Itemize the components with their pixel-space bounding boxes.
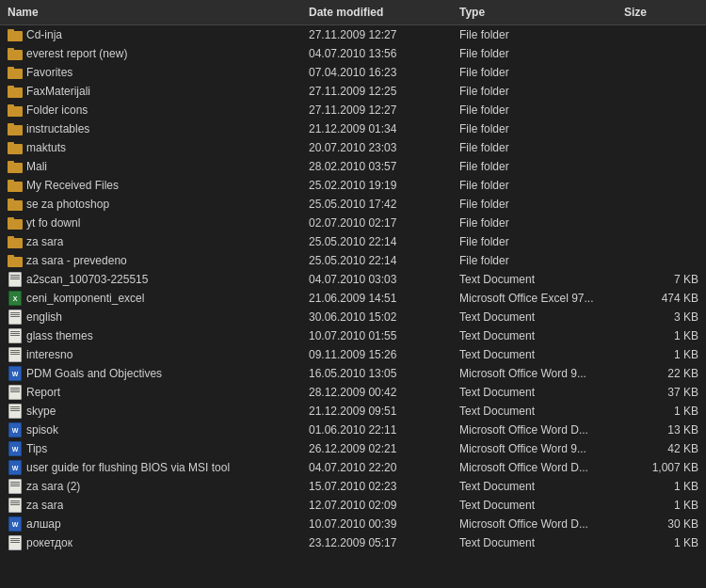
cell-size: 13 KB bbox=[617, 422, 706, 437]
table-row[interactable]: Mali 28.02.2010 03:57 File folder bbox=[0, 157, 706, 176]
cell-size: 30 KB bbox=[617, 516, 706, 532]
table-row[interactable]: FaxMaterijali 27.11.2009 12:25 File fold… bbox=[0, 82, 706, 101]
file-name: user guide for flushing BIOS via MSI too… bbox=[26, 461, 230, 474]
cell-date: 07.04.2010 16:23 bbox=[301, 65, 452, 80]
col-name-header[interactable]: Name bbox=[0, 4, 301, 21]
cell-date: 28.12.2009 00:42 bbox=[301, 385, 452, 400]
table-row[interactable]: W user guide for flushing BIOS via MSI t… bbox=[0, 458, 706, 477]
cell-size: 1 KB bbox=[617, 479, 706, 494]
cell-type: File folder bbox=[452, 84, 617, 99]
table-row[interactable]: za sara (2) 15.07.2010 02:23 Text Docume… bbox=[0, 477, 706, 496]
folder-icon bbox=[8, 46, 23, 61]
table-row[interactable]: yt fo downl 02.07.2010 02:17 File folder bbox=[0, 214, 706, 232]
table-row[interactable]: Cd-inja 27.11.2009 12:27 File folder bbox=[0, 25, 706, 44]
table-row[interactable]: Report 28.12.2009 00:42 Text Document 37… bbox=[0, 383, 706, 402]
cell-size bbox=[617, 166, 706, 167]
cell-type: Text Document bbox=[452, 272, 617, 287]
cell-name: za sara bbox=[0, 233, 301, 250]
table-row[interactable]: W PDM Goals and Objectives 16.05.2010 13… bbox=[0, 364, 706, 383]
file-name: everest report (new) bbox=[26, 47, 127, 60]
cell-date: 04.07.2010 03:03 bbox=[301, 272, 452, 287]
cell-name: skype bbox=[0, 403, 301, 420]
cell-type: Microsoft Office Word D... bbox=[452, 422, 617, 437]
table-row[interactable]: рокетдок 23.12.2009 05:17 Text Document … bbox=[0, 533, 706, 552]
cell-size: 1 KB bbox=[617, 535, 706, 550]
cell-type: Microsoft Office Word D... bbox=[452, 516, 617, 532]
table-row[interactable]: english 30.06.2010 15:02 Text Document 3… bbox=[0, 308, 706, 326]
col-date-header[interactable]: Date modified bbox=[301, 4, 452, 21]
file-name: a2scan_100703-225515 bbox=[26, 273, 148, 286]
file-name: za sara bbox=[26, 499, 63, 512]
cell-type: Microsoft Office Word 9... bbox=[452, 366, 617, 381]
folder-icon bbox=[8, 178, 23, 193]
txt-icon bbox=[8, 479, 23, 494]
txt-icon bbox=[8, 347, 23, 362]
cell-date: 23.12.2009 05:17 bbox=[301, 535, 452, 550]
cell-date: 27.11.2009 12:25 bbox=[301, 84, 452, 99]
cell-name: FaxMaterijali bbox=[0, 83, 301, 100]
cell-type: Microsoft Office Excel 97... bbox=[452, 291, 617, 306]
cell-name: My Received Files bbox=[0, 177, 301, 194]
cell-name: рокетдок bbox=[0, 534, 301, 551]
folder-icon bbox=[8, 253, 23, 268]
table-row[interactable]: skype 21.12.2009 09:51 Text Document 1 K… bbox=[0, 402, 706, 421]
cell-type: Text Document bbox=[452, 347, 617, 362]
cell-size: 474 KB bbox=[617, 291, 706, 306]
cell-size: 1 KB bbox=[617, 498, 706, 513]
table-row[interactable]: Folder icons 27.11.2009 12:27 File folde… bbox=[0, 101, 706, 119]
table-row[interactable]: glass themes 10.07.2010 01:55 Text Docum… bbox=[0, 326, 706, 345]
cell-date: 21.06.2009 14:51 bbox=[301, 291, 452, 306]
table-row[interactable]: Favorites 07.04.2010 16:23 File folder bbox=[0, 63, 706, 82]
cell-date: 15.07.2010 02:23 bbox=[301, 479, 452, 494]
folder-icon bbox=[8, 159, 23, 174]
col-size-header[interactable]: Size bbox=[617, 4, 706, 21]
cell-date: 21.12.2009 09:51 bbox=[301, 404, 452, 419]
cell-date: 10.07.2010 01:55 bbox=[301, 328, 452, 343]
cell-size bbox=[617, 260, 706, 262]
cell-size: 37 KB bbox=[617, 385, 706, 400]
cell-name: za sara (2) bbox=[0, 478, 301, 495]
table-row[interactable]: W spisok 01.06.2010 22:11 Microsoft Offi… bbox=[0, 421, 706, 439]
table-row[interactable]: instructables 21.12.2009 01:34 File fold… bbox=[0, 119, 706, 138]
txt-icon bbox=[8, 385, 23, 400]
xls-icon: X bbox=[8, 291, 23, 306]
table-row[interactable]: X ceni_komponenti_excel 21.06.2009 14:51… bbox=[0, 289, 706, 308]
folder-icon bbox=[8, 140, 23, 155]
file-name: PDM Goals and Objectives bbox=[26, 367, 162, 380]
file-name: My Received Files bbox=[26, 179, 119, 192]
cell-size bbox=[617, 203, 706, 205]
cell-size: 1 KB bbox=[617, 347, 706, 362]
table-row[interactable]: My Received Files 25.02.2010 19:19 File … bbox=[0, 176, 706, 195]
doc-icon: W bbox=[8, 516, 23, 532]
table-row[interactable]: a2scan_100703-225515 04.07.2010 03:03 Te… bbox=[0, 270, 706, 289]
table-row[interactable]: za sara - prevedeno 25.05.2010 22:14 Fil… bbox=[0, 251, 706, 270]
cell-size: 3 KB bbox=[617, 310, 706, 325]
table-row[interactable]: interesno 09.11.2009 15:26 Text Document… bbox=[0, 345, 706, 364]
table-row[interactable]: W алшар 10.07.2010 00:39 Microsoft Offic… bbox=[0, 515, 706, 533]
table-row[interactable]: za sara 12.07.2010 02:09 Text Document 1… bbox=[0, 496, 706, 515]
table-row[interactable]: everest report (new) 04.07.2010 13:56 Fi… bbox=[0, 44, 706, 63]
cell-date: 25.05.2010 17:42 bbox=[301, 197, 452, 212]
table-row[interactable]: se za photoshop 25.05.2010 17:42 File fo… bbox=[0, 195, 706, 214]
table-row[interactable]: maktuts 20.07.2010 23:03 File folder bbox=[0, 138, 706, 157]
table-row[interactable]: W Tips 26.12.2009 02:21 Microsoft Office… bbox=[0, 439, 706, 458]
folder-icon bbox=[8, 84, 23, 99]
file-name: FaxMaterijali bbox=[26, 85, 90, 98]
file-name: Report bbox=[26, 386, 60, 399]
txt-icon bbox=[8, 310, 23, 325]
cell-date: 04.07.2010 22:20 bbox=[301, 460, 452, 475]
cell-size: 42 KB bbox=[617, 441, 706, 456]
cell-name: W spisok bbox=[0, 421, 301, 438]
cell-name: glass themes bbox=[0, 327, 301, 344]
col-type-header[interactable]: Type bbox=[452, 4, 617, 21]
cell-type: File folder bbox=[452, 140, 617, 155]
file-name: za sara (2) bbox=[26, 480, 80, 493]
file-name: алшар bbox=[26, 517, 61, 531]
file-name: Cd-inja bbox=[26, 28, 62, 41]
file-list[interactable]: Cd-inja 27.11.2009 12:27 File folder eve… bbox=[0, 25, 706, 588]
folder-icon bbox=[8, 103, 23, 118]
cell-date: 25.02.2010 19:19 bbox=[301, 178, 452, 193]
file-name: Folder icons bbox=[26, 103, 88, 117]
table-row[interactable]: za sara 25.05.2010 22:14 File folder bbox=[0, 232, 706, 251]
cell-name: a2scan_100703-225515 bbox=[0, 271, 301, 288]
